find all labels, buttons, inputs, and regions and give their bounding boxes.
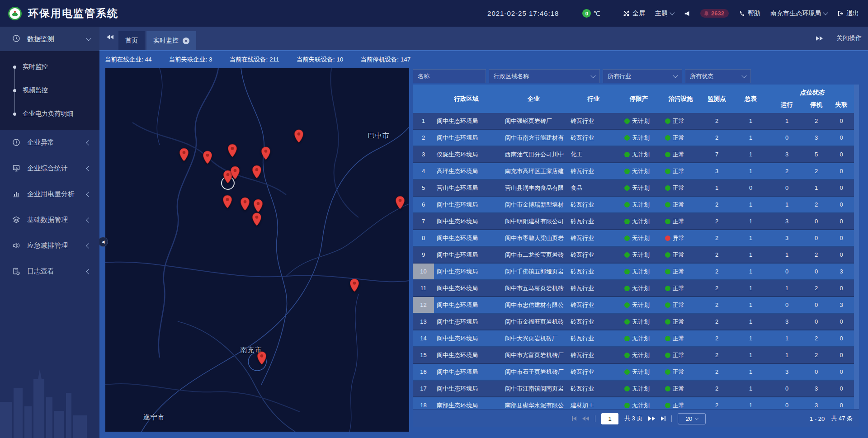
map-pin-icon[interactable]	[227, 144, 237, 158]
table-row[interactable]: 15阆中生态环境局阆中市光富页岩机砖厂砖瓦行业无计划正常21120	[413, 347, 854, 364]
table-row[interactable]: 12阆中生态环境局阆中市忠信建材有限公砖瓦行业无计划正常21003	[413, 297, 854, 314]
status-dot-icon	[665, 118, 670, 124]
sidebar-item-emergency-reduction[interactable]: 应急减排管理	[0, 233, 99, 259]
table-row[interactable]: 18南部生态环境局南部县砌华水泥有限公建材加工无计划正常21030	[413, 397, 854, 409]
name-filter-input[interactable]	[413, 69, 486, 83]
chevron-down-icon	[741, 73, 746, 78]
map-pin-icon[interactable]	[349, 278, 359, 292]
table-row[interactable]: 6阆中生态环境局阆中市金博瑞新型墙材砖瓦行业无计划正常21120	[413, 197, 854, 213]
table-row[interactable]: 4高坪生态环境局南充市高坪区王家店建砖瓦行业无计划正常31220	[413, 163, 854, 180]
map-panel[interactable]: 巴中市南充市遂宁市	[105, 68, 409, 432]
temperature-unit: ℃	[593, 10, 600, 17]
page-number-input[interactable]	[601, 413, 618, 424]
table-row[interactable]: 1阆中生态环境局阆中强锐页岩砖厂砖瓦行业无计划正常21120	[413, 113, 854, 130]
fullscreen-button[interactable]: 全屏	[623, 9, 645, 18]
cell-industry: 砖瓦行业	[569, 167, 618, 175]
table-row[interactable]: 8阆中生态环境局阆中市枣碧大梁山页岩砖瓦行业无计划异常21300	[413, 230, 854, 247]
column-header-points: 监测点	[702, 85, 731, 113]
map-pin-icon[interactable]	[252, 212, 262, 226]
cell-stopped: 0	[804, 268, 829, 275]
cell-run: 1	[770, 285, 804, 292]
chevron-down-icon	[590, 73, 595, 78]
mute-button[interactable]	[684, 10, 690, 17]
sidebar-item-data-monitor[interactable]: 数据监测	[0, 27, 99, 51]
status-filter-select[interactable]: 所有状态	[685, 69, 751, 83]
row-number: 8	[413, 230, 434, 246]
map-pin-icon[interactable]	[294, 129, 304, 143]
table-row[interactable]: 11阆中生态环境局阆中市五马桥页岩机砖砖瓦行业无计划正常21120	[413, 280, 854, 297]
alert-icon	[12, 138, 21, 147]
close-operations-button[interactable]: 关闭操作	[836, 34, 862, 42]
table-row[interactable]: 3仪陇生态环境局西南油气田分公司川中化工无计划正常71350	[413, 146, 854, 163]
status-dot-icon	[665, 235, 670, 241]
sidebar-item-base-data-management[interactable]: 基础数据管理	[0, 207, 99, 233]
tab-realtime-monitor[interactable]: 实时监控 ✕	[146, 31, 196, 50]
table-row[interactable]: 16阆中生态环境局阆中市石子页岩机砖厂砖瓦行业无计划正常21300	[413, 364, 854, 381]
next-page-button[interactable]	[648, 416, 655, 421]
map-pin-icon[interactable]	[253, 199, 263, 213]
map-collapse-handle[interactable]: ◀	[98, 237, 108, 247]
prev-page-button[interactable]	[582, 416, 589, 421]
cell-stop-status: 无计划	[618, 201, 659, 209]
table-scrollbar[interactable]	[854, 85, 859, 409]
region-filter-select[interactable]: 行政区域名称	[489, 69, 600, 83]
first-page-button[interactable]	[572, 416, 576, 421]
cell-industry: 砖瓦行业	[569, 301, 618, 309]
table-row[interactable]: 7阆中生态环境局阆中明阳建材有限公司砖瓦行业无计划正常21300	[413, 213, 854, 230]
tab-bar: 首页 实时监控 ✕ 关闭操作	[99, 27, 868, 51]
notification-badge[interactable]: 2632	[700, 9, 729, 18]
sidebar-item-enterprise-statistics[interactable]: 企业综合统计	[0, 155, 99, 181]
cell-lost: 0	[829, 368, 854, 375]
table-row[interactable]: 14阆中生态环境局阆中大兴页岩机砖厂砖瓦行业无计划正常21120	[413, 330, 854, 347]
map-city-label: 南充市	[241, 346, 262, 354]
tab-close-icon[interactable]: ✕	[183, 38, 189, 44]
map-pin-icon[interactable]	[222, 195, 232, 209]
map-pin-icon[interactable]	[261, 146, 271, 160]
column-header-lost: 失联	[829, 101, 854, 113]
tabs-scroll-right-button[interactable]	[816, 36, 823, 41]
map-pin-icon[interactable]	[230, 166, 240, 180]
industry-filter-select[interactable]: 所有行业	[603, 69, 682, 83]
logout-button[interactable]: 退出	[837, 9, 859, 18]
cell-run: 0	[770, 184, 804, 191]
sidebar-item-enterprise-abnormal[interactable]: 企业异常	[0, 130, 99, 155]
sidebar-item-power-usage-analysis[interactable]: 企业用电量分析	[0, 181, 99, 207]
sidebar-subitem-power-load-detail[interactable]: 企业电力负荷明细	[0, 102, 99, 126]
table-row[interactable]: 5营山生态环境局营山县润丰肉食品有限食品无计划正常10010	[413, 180, 854, 197]
map-pin-icon[interactable]	[252, 165, 262, 179]
cell-region: 阆中生态环境局	[434, 284, 499, 292]
last-page-button[interactable]	[661, 416, 665, 421]
map-pin-icon[interactable]	[395, 196, 405, 210]
table-row[interactable]: 2阆中生态环境局阆中市南方节能建材有砖瓦行业无计划正常21030	[413, 130, 854, 146]
cell-region: 阆中生态环境局	[434, 117, 499, 125]
map-pin-icon[interactable]	[203, 151, 212, 165]
table-row[interactable]: 17阆中生态环境局阆中市江南镇阆南页岩砖瓦行业无计划正常21030	[413, 381, 854, 397]
table-row[interactable]: 10阆中生态环境局阆中千佛镇五郎垭页岩砖瓦行业无计划正常21003	[413, 264, 854, 280]
table-row[interactable]: 9阆中生态环境局阆中市二龙长宝页岩砖砖瓦行业无计划正常21120	[413, 247, 854, 264]
map-city-label: 巴中市	[368, 131, 390, 140]
status-dot-icon	[624, 353, 630, 358]
status-dot-icon	[624, 135, 630, 141]
status-dot-icon	[624, 235, 630, 241]
sidebar-subitem-realtime-monitor[interactable]: 实时监控	[0, 55, 99, 79]
sidebar-item-log-view[interactable]: 日志查看	[0, 259, 99, 284]
cell-run: 0	[770, 268, 804, 275]
status-dot-icon	[624, 269, 630, 274]
chevron-left-icon	[86, 166, 91, 171]
tabs-scroll-left-button[interactable]	[107, 35, 113, 39]
stat-item-2: 当前在线设备: 211	[230, 56, 279, 64]
map-pin-icon[interactable]	[240, 197, 250, 211]
help-button[interactable]: 帮助	[739, 9, 760, 18]
map-pin-icon[interactable]	[179, 148, 189, 162]
cell-stop-status: 无计划	[618, 301, 659, 309]
theme-dropdown[interactable]: 主题	[655, 9, 674, 18]
tab-home[interactable]: 首页	[118, 31, 145, 50]
status-dot-icon	[665, 336, 670, 341]
user-dropdown[interactable]: 南充市生态环境局	[770, 9, 827, 18]
cell-lost: 0	[829, 318, 854, 325]
sidebar-subitem-video-monitor[interactable]: 视频监控	[0, 79, 99, 102]
table-row[interactable]: 13阆中生态环境局阆中市金福旺页岩机砖砖瓦行业无计划正常21300	[413, 314, 854, 330]
page-size-select[interactable]: 20	[678, 413, 706, 424]
cell-stopped: 2	[804, 168, 829, 174]
cell-region: 阆中生态环境局	[434, 251, 499, 259]
